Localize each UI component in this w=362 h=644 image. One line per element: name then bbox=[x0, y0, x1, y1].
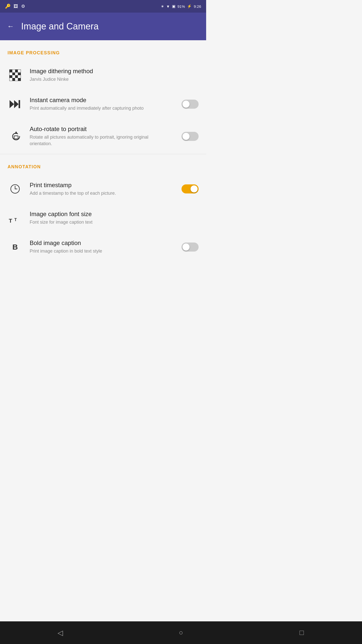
wifi-icon: ▼ bbox=[166, 4, 170, 9]
setting-desc-bold-caption: Print image caption in bold text style bbox=[30, 248, 172, 254]
setting-item-dithering[interactable]: Image dithering method Jarvis Judice Nin… bbox=[0, 61, 206, 90]
status-bar-left: 🔑 🖼 ⚙ bbox=[5, 4, 25, 9]
toggle-auto-rotate[interactable] bbox=[182, 132, 199, 141]
bold-icon: B bbox=[8, 243, 23, 251]
setting-desc-auto-rotate: Rotate all pictures automatically to por… bbox=[30, 134, 172, 147]
setting-item-auto-rotate[interactable]: Auto-rotate to portrait Rotate all pictu… bbox=[0, 118, 206, 154]
clock-icon bbox=[8, 184, 23, 194]
page-title: Image and Camera bbox=[21, 21, 99, 32]
setting-title-bold-caption: Bold image caption bbox=[30, 239, 172, 247]
status-bar: 🔑 🖼 ⚙ ∗ ▼ ▣ 91% ⚡ 9:26 bbox=[0, 0, 206, 13]
checkerboard-icon bbox=[8, 69, 23, 81]
image-icon: 🖼 bbox=[14, 4, 18, 9]
toggle-bold-caption[interactable] bbox=[182, 243, 199, 252]
svg-text:T: T bbox=[9, 218, 12, 223]
setting-item-caption-font-size[interactable]: T T Image caption font size Font size fo… bbox=[0, 204, 206, 232]
content-area: IMAGE PROCESSING Image dithering method … bbox=[0, 40, 206, 261]
setting-text-print-timestamp: Print timestamp Add a timestamp to the t… bbox=[30, 182, 172, 196]
setting-title-auto-rotate: Auto-rotate to portrait bbox=[30, 126, 172, 133]
setting-item-bold-caption[interactable]: B Bold image caption Print image caption… bbox=[0, 232, 206, 261]
setting-title-print-timestamp: Print timestamp bbox=[30, 182, 172, 189]
svg-marker-1 bbox=[14, 100, 19, 108]
svg-marker-3 bbox=[15, 131, 18, 134]
signal-icon: ▣ bbox=[172, 4, 175, 9]
rotate-icon bbox=[8, 131, 23, 142]
svg-marker-0 bbox=[10, 100, 14, 108]
setting-desc-print-timestamp: Add a timestamp to the top of each pictu… bbox=[30, 190, 172, 196]
text-size-icon: T T bbox=[8, 213, 23, 223]
setting-title-instant-camera: Instant camera mode bbox=[30, 97, 172, 104]
back-button[interactable]: ← bbox=[7, 22, 14, 30]
lock-icon: 🔑 bbox=[5, 4, 11, 9]
clock-display: 9:26 bbox=[194, 4, 201, 9]
fast-forward-icon bbox=[8, 100, 23, 109]
setting-text-caption-font-size: Image caption font size Font size for im… bbox=[30, 211, 199, 225]
setting-desc-caption-font-size: Font size for image caption text bbox=[30, 219, 199, 225]
setting-desc-instant-camera: Print automatically and immediately afte… bbox=[30, 105, 172, 111]
bluetooth-icon: ∗ bbox=[161, 4, 164, 9]
svg-text:T: T bbox=[14, 218, 17, 222]
setting-text-bold-caption: Bold image caption Print image caption i… bbox=[30, 239, 172, 254]
battery-icon: ⚡ bbox=[187, 4, 192, 9]
toggle-print-timestamp[interactable] bbox=[182, 184, 199, 193]
svg-rect-2 bbox=[19, 100, 20, 108]
toggle-instant-camera[interactable] bbox=[182, 100, 199, 109]
battery-percent: 91% bbox=[177, 4, 185, 9]
svg-rect-4 bbox=[14, 136, 18, 139]
setting-text-auto-rotate: Auto-rotate to portrait Rotate all pictu… bbox=[30, 126, 172, 147]
section-header-image-processing: IMAGE PROCESSING bbox=[0, 40, 206, 61]
setting-item-instant-camera[interactable]: Instant camera mode Print automatically … bbox=[0, 90, 206, 118]
setting-text-dithering: Image dithering method Jarvis Judice Nin… bbox=[30, 68, 199, 83]
setting-desc-dithering: Jarvis Judice Ninke bbox=[30, 76, 199, 83]
status-bar-right: ∗ ▼ ▣ 91% ⚡ 9:26 bbox=[161, 4, 201, 9]
setting-text-instant-camera: Instant camera mode Print automatically … bbox=[30, 97, 172, 111]
page-header: ← Image and Camera bbox=[0, 13, 206, 40]
setting-title-dithering: Image dithering method bbox=[30, 68, 199, 75]
setting-item-print-timestamp[interactable]: Print timestamp Add a timestamp to the t… bbox=[0, 175, 206, 204]
settings-icon: ⚙ bbox=[21, 4, 25, 9]
setting-title-caption-font-size: Image caption font size bbox=[30, 211, 199, 218]
section-header-annotation: ANNOTATION bbox=[0, 154, 206, 175]
